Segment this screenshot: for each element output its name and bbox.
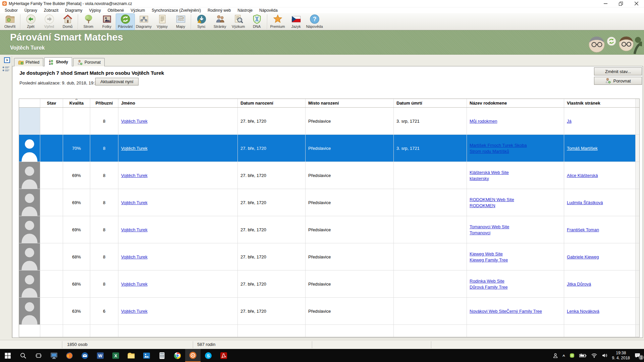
tree-name-link[interactable]: Kieweg Web Site (470, 251, 503, 256)
column-header-vlastnik-stranek[interactable]: Vlastník stránek (564, 99, 636, 107)
match-row[interactable]: 68% 8 Vojtěch Turek 27. bře, 1720 Předsl… (19, 243, 639, 270)
tab-prehled[interactable]: Přehled (14, 58, 43, 66)
taskbar-monitor-icon[interactable] (46, 349, 62, 362)
tree-name-link[interactable]: Tomanovci (470, 230, 490, 235)
battery-icon[interactable] (579, 353, 587, 358)
site-owner-link[interactable]: Gabriele Kieweg (567, 254, 599, 259)
toolbar-zpet-button[interactable]: Zpět (21, 14, 40, 30)
menu-item-vypisy[interactable]: Výpisy (86, 8, 104, 13)
person-name-link[interactable]: Vojtěch Turek (121, 146, 148, 151)
toolbar-otevrit-button[interactable]: Otevřít (1, 14, 19, 30)
site-owner-link[interactable]: Já (567, 119, 572, 124)
tree-name-link[interactable]: Rodinka Web Site (470, 279, 504, 284)
menu-item-soubor[interactable]: Soubor (1, 8, 21, 13)
minimize-button[interactable] (598, 0, 613, 7)
column-header-nazev-rodokmene[interactable]: Název rodokmene (467, 99, 564, 107)
notification-center-icon[interactable]: 1 (634, 352, 641, 359)
tree-name-link[interactable]: RODOKMEN (470, 203, 495, 208)
toolbar-mapy-button[interactable]: Mapy (171, 14, 190, 30)
table-scrollbar[interactable] (636, 243, 639, 270)
site-owner-link[interactable]: Tomáš Martíšek (567, 146, 598, 151)
table-scrollbar[interactable] (636, 162, 639, 189)
tree-name-link[interactable]: Kieweg Family Tree (470, 257, 508, 262)
table-scrollbar[interactable] (636, 135, 639, 162)
site-owner-link[interactable]: Lenka Nováková (567, 309, 599, 314)
table-scrollbar[interactable] (636, 298, 639, 324)
taskbar-taskview-icon[interactable] (31, 349, 46, 362)
tree-name-link[interactable]: Klášterská Web Site (470, 170, 509, 175)
column-header-datum-narozeni[interactable]: Datum narození (238, 99, 306, 107)
taskbar-myheritage-icon[interactable] (185, 349, 201, 362)
tab-shody[interactable]: Shody (44, 57, 72, 66)
taskbar-clock[interactable]: 19:38 9. 4. 2018 (612, 351, 630, 361)
compare-button[interactable]: Porovnat (594, 77, 642, 85)
tree-name-link[interactable]: RODOKMEN Web Site (470, 197, 514, 202)
tree-name-link[interactable]: Tomanovci Web Site (470, 224, 509, 229)
toolbar-vpred-button[interactable]: Vpřed (40, 14, 58, 30)
column-header-stav[interactable]: Stav (40, 99, 63, 107)
table-scrollbar[interactable] (636, 216, 639, 243)
toolbar-dna-button[interactable]: DNA (248, 14, 266, 30)
table-scrollbar[interactable] (636, 270, 639, 297)
toolbar-premium-button[interactable]: Premium (268, 14, 287, 30)
toolbar-sync-button[interactable]: !Sync (192, 14, 211, 30)
update-now-button[interactable]: Aktualizovat nyní (95, 78, 139, 85)
match-row[interactable]: 63% 6 Vojtěch Turek 27. bře, 1720 Předsl… (19, 298, 639, 325)
person-name-link[interactable]: Vojtěch Turek (121, 200, 148, 205)
taskbar-word-icon[interactable]: W (93, 349, 108, 362)
match-row[interactable]: 70% 8 Vojtěch Turek 27. bře, 1720 Předsl… (19, 135, 639, 162)
tab-porovnat[interactable]: Porovnat (73, 58, 105, 66)
tree-name-link[interactable]: Strom rodu Martíšků (470, 149, 509, 154)
taskbar-chrome-icon[interactable] (170, 349, 185, 362)
match-row[interactable]: 69% 8 Vojtěch Turek 27. bře, 1720 Předsl… (19, 162, 639, 189)
site-owner-link[interactable]: František Toman (567, 227, 599, 232)
taskbar-start-icon[interactable] (0, 349, 15, 362)
site-owner-link[interactable]: Ludmila Šťástková (567, 200, 603, 205)
column-header-pribuzni[interactable]: Příbuzní (90, 99, 118, 107)
menu-item-zobrazit[interactable]: Zobrazit (41, 8, 62, 13)
taskbar-calculator-icon[interactable] (154, 349, 170, 362)
person-name-link[interactable]: Vojtěch Turek (121, 254, 148, 259)
taskbar-firefox-icon[interactable] (62, 349, 77, 362)
menu-item-vyzkum[interactable]: Výzkum (127, 8, 148, 13)
column-header-datum-umrti[interactable]: Datum úmrtí (394, 99, 467, 107)
tree-name-link[interactable]: Můj rodokmen (470, 119, 497, 124)
toolbar-diagramy-button[interactable]: Diagramy (135, 14, 153, 30)
wifi-icon[interactable] (591, 353, 597, 358)
taskbar-excel-icon[interactable]: X (108, 349, 123, 362)
menu-item-synchronizace-zverejneni[interactable]: Synchronizace (Zveřejnění) (148, 8, 204, 13)
menu-item-diagramy[interactable]: Diagramy (62, 8, 86, 13)
taskbar-photos-app-icon[interactable] (139, 349, 154, 362)
taskbar-mail-icon[interactable] (77, 349, 93, 362)
toolbar-domu-button[interactable]: Domů (58, 14, 77, 30)
toolbar-vyzkum-button[interactable]: Výzkum (229, 14, 248, 30)
person-name-link[interactable]: Vojtěch Turek (121, 227, 148, 232)
column-header-misto-narozeni[interactable]: Místo narození (306, 99, 394, 107)
column-header-kvalita[interactable]: ^Kvalita (63, 99, 90, 107)
person-name-link[interactable]: Vojtěch Turek (121, 282, 148, 287)
toolbar-stranky-button[interactable]: Stránky (211, 14, 229, 30)
people-tray-icon[interactable] (552, 353, 558, 359)
taskbar-folder-icon[interactable] (123, 349, 139, 362)
tree-name-link[interactable]: Martíšek Frnoch Turek Skoba (470, 143, 527, 148)
match-row[interactable]: 8 Vojtěch Turek 27. bře, 1720 Předslavic… (19, 108, 639, 135)
restore-button[interactable] (613, 0, 629, 7)
menu-item-nastroje[interactable]: Nástroje (234, 8, 256, 13)
change-status-button[interactable]: Změnit stav... (594, 67, 642, 75)
tree-name-link[interactable]: Novákovi Web SiteČerný Family Tree (470, 309, 542, 314)
menu-item-upravy[interactable]: Úpravy (21, 8, 41, 13)
person-name-link[interactable]: Vojtěch Turek (121, 309, 148, 314)
match-row[interactable]: 69% 8 Vojtěch Turek 27. bře, 1720 Předsl… (19, 189, 639, 216)
match-row[interactable]: 69% 8 Vojtěch Turek 27. bře, 1720 Předsl… (19, 216, 639, 243)
taskbar-taskbar-search-icon[interactable] (15, 349, 31, 362)
hidden-icons-caret[interactable]: ^ (562, 354, 565, 359)
toolbar-strom-button[interactable]: Strom (79, 14, 98, 30)
person-name-link[interactable]: Vojtěch Turek (121, 173, 148, 178)
taskbar-acrobat-icon[interactable] (216, 349, 231, 362)
tree-name-link[interactable]: Důrová Family Tree (470, 285, 507, 290)
menu-item-napoveda[interactable]: Nápověda (256, 8, 281, 13)
person-name-link[interactable]: Vojtěch Turek (121, 119, 148, 124)
toolbar-parovani-button[interactable]: Párování (116, 14, 135, 30)
close-button[interactable] (629, 0, 644, 7)
people-list-icon[interactable] (2, 66, 10, 73)
